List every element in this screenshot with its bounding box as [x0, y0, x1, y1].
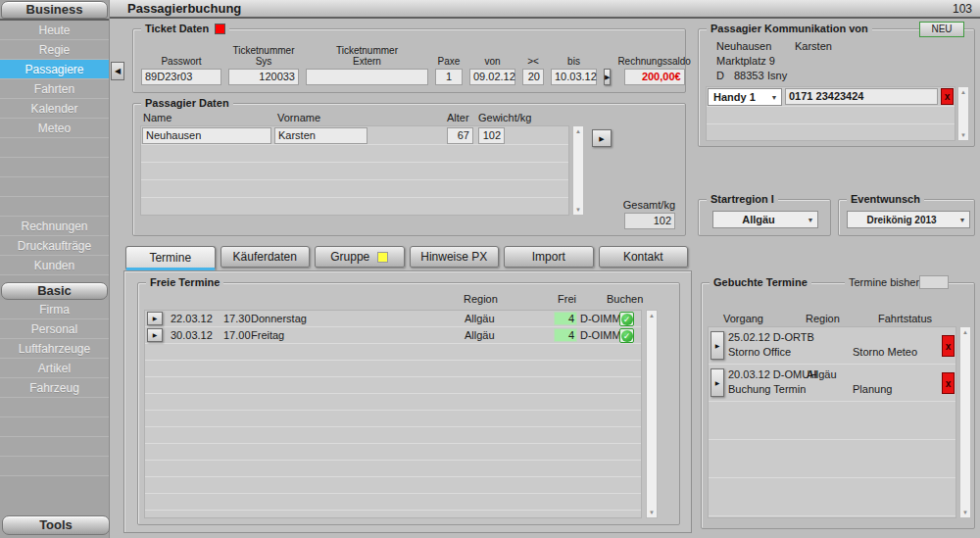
scroll-up-icon: ▲: [958, 88, 968, 96]
passagier-row[interactable]: Neuhausen Karsten 67 102: [141, 126, 568, 145]
vorgang-line2: Storno Office: [728, 346, 791, 358]
tab-gruppe[interactable]: Gruppe: [315, 246, 405, 268]
rechnungssaldo-group: Rechnungssaldo 200,00€: [617, 56, 691, 85]
bis-label: bis: [567, 56, 580, 67]
gebuchter-termin-row-empty: [709, 402, 956, 440]
scroll-down-icon: ▼: [960, 509, 970, 516]
sidebar-group-business[interactable]: Business: [1, 1, 108, 19]
scroll-up-icon: ▲: [960, 328, 970, 336]
contact-street: Marktplatz 9: [716, 54, 832, 69]
sidebar-item-regie[interactable]: Regie: [0, 40, 109, 60]
ticketnummer-extern-field[interactable]: [306, 69, 428, 85]
sidebar-item-fahrten[interactable]: Fahrten: [0, 79, 109, 99]
tab-kaeuferdaten[interactable]: Käuferdaten: [220, 246, 311, 268]
eventwunsch-value: Dreikönig 2013: [848, 215, 956, 225]
vorgang-line1: 25.02.12 D-ORTB: [728, 331, 814, 343]
sidebar-item-fahrzeug[interactable]: Fahrzeug: [0, 378, 109, 398]
bis-field[interactable]: 10.03.12: [551, 69, 597, 85]
termin-detail-button[interactable]: ▶: [147, 312, 163, 325]
scroll-down-icon: ▼: [958, 131, 968, 139]
sidebar-item-kunden[interactable]: Kunden: [0, 256, 109, 275]
range-group: >< 20: [522, 56, 544, 85]
gebuchte-termine-scrollbar[interactable]: ▲ ▼: [959, 326, 971, 518]
phone-row-empty: [707, 124, 955, 141]
phone-row-empty: [707, 107, 955, 124]
sidebar-item-meteo[interactable]: Meteo: [0, 119, 109, 138]
freier-termin-row[interactable]: ▶ 22.03.12 17.30 Donnerstag Allgäu 4 D-O…: [145, 311, 641, 327]
von-field[interactable]: 09.02.12: [469, 69, 515, 85]
phone-row[interactable]: Handy 1 ▼ 0171 23423424 x: [707, 87, 955, 107]
passagier-detail-button[interactable]: ▶: [592, 129, 612, 147]
passagier-row-empty: [141, 198, 568, 216]
passwort-group: Passwort 89D23r03: [141, 56, 221, 85]
sidebar-group-basic[interactable]: Basic: [1, 282, 108, 300]
scroll-up-icon: ▲: [573, 127, 583, 135]
sidebar-item-empty: [0, 158, 109, 177]
termine-tab-panel: Freie Termine Region Frei Buchen ▶ 22.03…: [123, 270, 692, 533]
termin-aircraft-code: D-OIMM: [580, 313, 621, 324]
storno-button[interactable]: x: [942, 335, 955, 357]
rechnungssaldo-label: Rechnungssaldo: [617, 56, 691, 67]
startregion-select[interactable]: Allgäu ▼: [712, 211, 818, 228]
contact-name: Neuhausen: [716, 39, 795, 54]
passwort-field[interactable]: 89D23r03: [141, 69, 221, 85]
paxe-field[interactable]: 1: [435, 69, 463, 85]
buchen-button[interactable]: ✓: [619, 312, 634, 326]
gebuchter-termin-row[interactable]: ▶ 25.02.12 D-ORTB Storno Office Storno M…: [709, 327, 956, 365]
contact-vorname: Karsten: [795, 40, 832, 52]
range-field[interactable]: 20: [522, 69, 544, 85]
phone-delete-button[interactable]: x: [941, 88, 954, 105]
chevron-down-icon: ▼: [956, 217, 969, 223]
tab-termine[interactable]: Termine: [125, 246, 216, 270]
vorname-field[interactable]: Karsten: [274, 127, 368, 144]
vorgang-status: Storno Meteo: [853, 346, 917, 358]
gewicht-field[interactable]: 102: [478, 127, 505, 144]
termin-frei-count: 4: [554, 328, 577, 342]
ticketnummer-sys-field[interactable]: 120033: [228, 69, 299, 85]
tab-import[interactable]: Import: [504, 246, 594, 268]
termin-detail-button[interactable]: ▶: [147, 328, 163, 342]
alter-field[interactable]: 67: [447, 127, 473, 144]
sidebar-item-artikel[interactable]: Artikel: [0, 359, 109, 378]
freier-termin-row[interactable]: ▶ 30.03.12 17.00 Freitag Allgäu 4 D-OIMM…: [145, 327, 641, 344]
saldo-detail-button[interactable]: ▶: [604, 69, 611, 85]
phone-type-select[interactable]: Handy 1 ▼: [708, 88, 782, 106]
vorgang-line1: 20.03.12 D-OMUH: [728, 368, 817, 380]
vorgang-detail-button[interactable]: ▶: [710, 331, 724, 360]
sidebar-item-kalender[interactable]: Kalender: [0, 99, 109, 119]
tab-kontakt[interactable]: Kontakt: [599, 246, 689, 268]
passagier-list-scrollbar[interactable]: ▲ ▼: [572, 125, 584, 216]
phone-list-scrollbar[interactable]: ▲ ▼: [957, 86, 969, 141]
paxe-group: Paxe 1: [435, 56, 463, 85]
gebuchter-termin-row[interactable]: ▶ 20.03.12 D-OMUH Allgäu Buchung Termin …: [709, 365, 956, 402]
buchen-button[interactable]: ✓: [619, 328, 634, 343]
region-column-header: Region: [464, 293, 498, 305]
sidebar-item-personal[interactable]: Personal: [0, 319, 109, 339]
sidebar-item-heute[interactable]: Heute: [0, 21, 109, 40]
chevron-down-icon: ▼: [804, 217, 817, 223]
eventwunsch-select[interactable]: Dreikönig 2013 ▼: [847, 211, 970, 228]
phone-number-field[interactable]: 0171 23423424: [785, 88, 938, 105]
sidebar-group-tools[interactable]: Tools: [2, 515, 110, 535]
passagier-row-empty: [141, 145, 568, 163]
name-field[interactable]: Neuhausen: [142, 127, 271, 144]
alert-square-icon: [215, 24, 225, 34]
storno-button[interactable]: x: [942, 372, 955, 394]
sidebar-item-firma[interactable]: Firma: [0, 300, 109, 319]
play-icon: ▶: [715, 380, 720, 386]
sidebar-item-luftfahrzeuge[interactable]: Luftfahrzeuge: [0, 339, 109, 359]
play-icon: ▶: [599, 135, 604, 142]
freie-termine-scrollbar[interactable]: ▲ ▼: [646, 310, 658, 518]
startregion-groupbox: Startregion I Allgäu ▼: [698, 199, 831, 236]
sidebar-item-passagiere[interactable]: Passagiere: [0, 60, 109, 79]
sidebar-item-rechnungen[interactable]: Rechnungen: [0, 217, 109, 236]
termine-bisher-field: [919, 275, 949, 289]
region-column-header: Region: [806, 313, 840, 324]
ticketnummer-sys-label: TicketnummerSys: [233, 45, 295, 67]
neu-button[interactable]: NEU: [919, 22, 964, 37]
vorgang-line2: Buchung Termin: [728, 383, 806, 395]
tab-hinweise-px[interactable]: Hinweise PX: [410, 246, 500, 268]
sidebar-item-druckauftraege[interactable]: Druckaufträge: [0, 236, 109, 256]
sidebar-item-empty: [0, 197, 109, 217]
vorgang-detail-button[interactable]: ▶: [710, 368, 724, 397]
